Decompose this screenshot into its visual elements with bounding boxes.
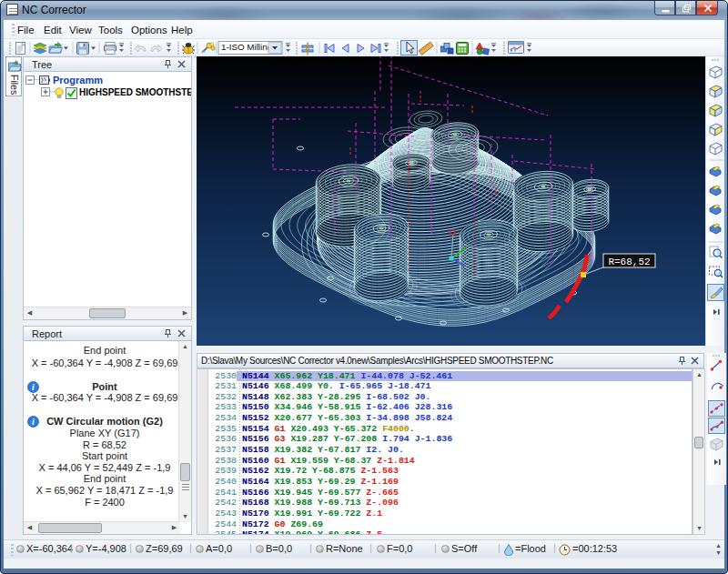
svg-text:i: i <box>32 417 35 427</box>
svg-text:R=68,52: R=68,52 <box>608 257 650 267</box>
svg-text:i: i <box>32 382 35 392</box>
svg-text:1-ISO Milling: 1-ISO Milling <box>221 42 272 52</box>
